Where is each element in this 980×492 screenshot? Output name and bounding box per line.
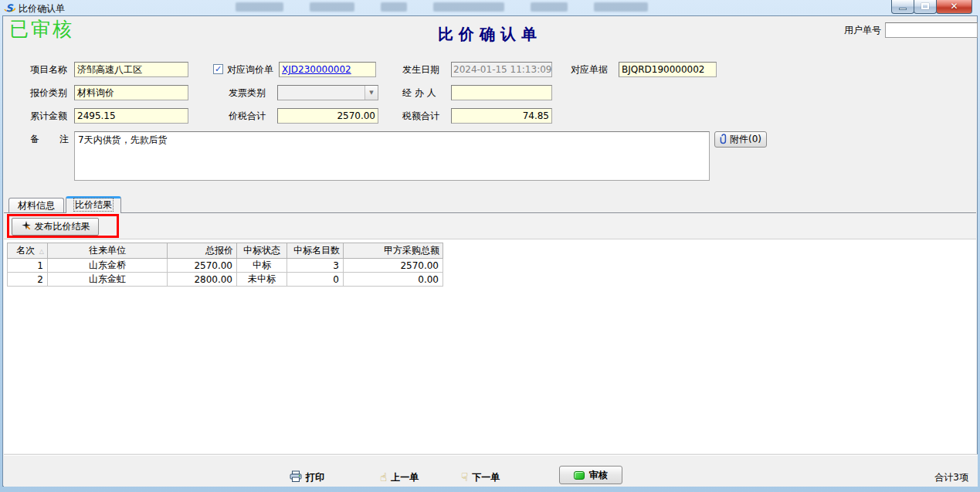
- publish-icon: [21, 220, 32, 233]
- hand-down-icon: ☟: [461, 472, 468, 484]
- previous-order-label: 上一单: [391, 471, 419, 484]
- app-window: S 比价确认单 ✕ 已审核 比价确认单 用户单号 项目名称 济邹高速八工区 ✓ …: [0, 0, 980, 492]
- invoice-type-label: 发票类别: [229, 85, 266, 100]
- cell-rank: 2: [8, 273, 48, 287]
- cumulative-amount-label: 累计金额: [30, 108, 67, 124]
- publish-label: 发布比价结果: [35, 220, 90, 233]
- chevron-down-icon[interactable]: ▼: [365, 86, 378, 100]
- inquiry-label: 对应询价单: [227, 62, 273, 77]
- tax-total-label: 税额合计: [402, 108, 439, 124]
- inquiry-link[interactable]: XJD230000002: [282, 64, 351, 75]
- header-purchase-total[interactable]: 甲方采购总额: [344, 243, 443, 259]
- cell-total-quote: 2800.00: [168, 273, 237, 287]
- remark-label: 备 注: [30, 131, 70, 147]
- quote-type-input[interactable]: 材料询价: [74, 85, 188, 100]
- project-name-label: 项目名称: [30, 62, 67, 77]
- minimize-button[interactable]: [891, 0, 914, 14]
- attachment-label: 附件(0): [730, 133, 761, 146]
- window-title: 比价确认单: [19, 2, 65, 15]
- audit-button[interactable]: 审核: [559, 466, 622, 484]
- print-button[interactable]: 打印: [290, 470, 324, 485]
- project-name-input[interactable]: 济邹高速八工区: [74, 62, 188, 77]
- tab-compare-result[interactable]: 比价结果: [66, 196, 121, 213]
- total-count-label: 合计3项: [934, 471, 968, 484]
- cell-vendor: 山东金虹: [48, 273, 168, 287]
- table-row[interactable]: 2 山东金虹 2800.00 未中标 0 0.00: [8, 273, 443, 287]
- cumulative-amount-input[interactable]: 2495.15: [74, 108, 188, 124]
- date-label: 发生日期: [402, 62, 439, 77]
- cell-total-quote: 2570.00: [168, 259, 237, 273]
- tax-total-input[interactable]: 74.85: [451, 108, 552, 124]
- background-window-ghost: [236, 2, 648, 12]
- header-vendor[interactable]: 往来单位: [48, 243, 168, 259]
- quote-type-label: 报价类别: [30, 85, 67, 100]
- ref-doc-label: 对应单据: [571, 62, 608, 77]
- table-header-row: 名次 △ 往来单位 总报价 中标状态 中标名目数 甲方采购总额: [8, 243, 443, 259]
- header-win-status[interactable]: 中标状态: [237, 243, 287, 259]
- titlebar: S 比价确认单 ✕: [0, 0, 980, 15]
- date-combobox[interactable]: 2024-01-15 11:13:09 ▼: [451, 62, 552, 77]
- maximize-button[interactable]: [914, 0, 937, 14]
- header-total-quote[interactable]: 总报价: [168, 243, 237, 259]
- cell-win-count: 0: [287, 273, 344, 287]
- client-area: 已审核 比价确认单 用户单号 项目名称 济邹高速八工区 ✓ 对应询价单 XJD2…: [2, 15, 978, 487]
- paperclip-icon: [720, 133, 727, 147]
- user-no-input[interactable]: [885, 22, 978, 38]
- price-tax-label: 价税合计: [229, 108, 266, 124]
- cell-purchase-total: 0.00: [344, 273, 443, 287]
- cell-rank: 1: [8, 259, 48, 273]
- inquiry-checkbox[interactable]: ✓: [213, 64, 223, 74]
- next-order-label: 下一单: [472, 471, 500, 484]
- footer-bar: 打印 ☝ 上一单 ☟ 下一单 审核 合计3项: [4, 454, 978, 487]
- result-toolbar: [4, 213, 976, 239]
- cell-win-status: 未中标: [237, 273, 287, 287]
- cell-win-status: 中标: [237, 259, 287, 273]
- ref-doc-input[interactable]: BJQRD190000002: [619, 62, 717, 77]
- header-win-count[interactable]: 中标名目数: [287, 243, 344, 259]
- app-logo-icon: S: [3, 2, 15, 14]
- remark-textarea[interactable]: 7天内供货，先款后货: [74, 131, 710, 181]
- header-rank[interactable]: 名次 △: [8, 243, 48, 259]
- handler-label: 经 办 人: [402, 85, 436, 100]
- previous-order-button[interactable]: ☝ 上一单: [380, 470, 419, 485]
- publish-result-button[interactable]: 发布比价结果: [12, 218, 99, 236]
- table-row[interactable]: 1 山东金桥 2570.00 中标 3 2570.00: [8, 259, 443, 273]
- cell-win-count: 3: [287, 259, 344, 273]
- svg-text:S: S: [5, 2, 14, 14]
- tab-material-info[interactable]: 材料信息: [8, 198, 64, 212]
- price-tax-input[interactable]: 2570.00: [277, 108, 378, 124]
- close-button[interactable]: ✕: [936, 0, 972, 14]
- inquiry-input[interactable]: XJD230000002: [279, 62, 376, 77]
- cell-purchase-total: 2570.00: [344, 259, 443, 273]
- printer-icon: [290, 470, 302, 485]
- invoice-type-combobox[interactable]: ▼: [277, 85, 378, 100]
- audit-label: 审核: [589, 469, 608, 482]
- handler-input[interactable]: [451, 85, 552, 100]
- print-label: 打印: [306, 471, 324, 484]
- page-title: 比价确认单: [3, 24, 977, 45]
- next-order-button[interactable]: ☟ 下一单: [461, 470, 500, 485]
- user-no-label: 用户单号: [844, 22, 881, 38]
- hand-up-icon: ☝: [380, 472, 387, 484]
- date-value: 2024-01-15 11:13:09: [452, 63, 552, 76]
- result-table: 名次 △ 往来单位 总报价 中标状态 中标名目数 甲方采购总额 1 山东金桥 2…: [7, 243, 443, 287]
- sort-icon: △: [39, 248, 44, 255]
- attachment-button[interactable]: 附件(0): [714, 131, 767, 148]
- audit-status-icon: [574, 471, 585, 480]
- cell-vendor: 山东金桥: [48, 259, 168, 273]
